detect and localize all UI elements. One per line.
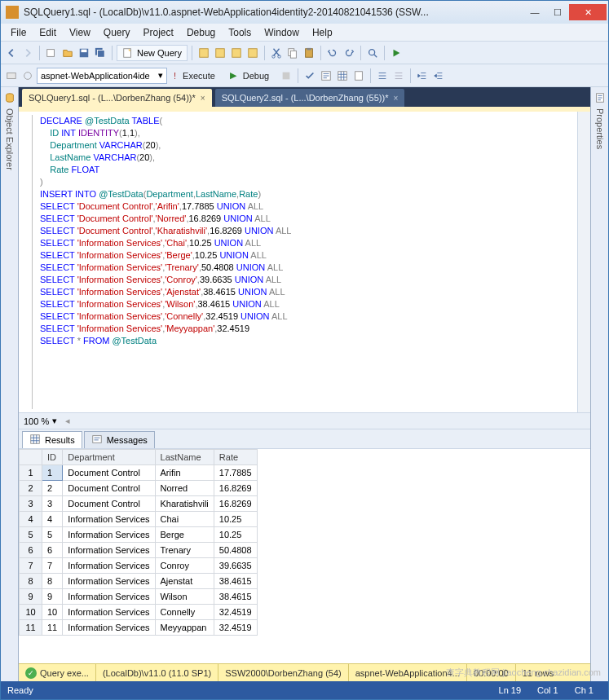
results-to-grid-button[interactable] xyxy=(335,68,350,83)
table-row[interactable]: 55Information ServicesBerge10.25 xyxy=(20,527,258,543)
table-cell[interactable]: 10 xyxy=(20,605,42,620)
table-cell[interactable]: 50.4808 xyxy=(214,543,257,558)
menu-edit[interactable]: Edit xyxy=(33,25,63,40)
table-cell[interactable]: 38.4615 xyxy=(214,589,257,605)
table-cell[interactable]: 7 xyxy=(42,558,63,574)
table-cell[interactable]: Connelly xyxy=(155,605,214,620)
redo-button[interactable] xyxy=(342,46,356,60)
table-cell[interactable]: 17.7885 xyxy=(214,465,257,481)
table-cell[interactable]: Document Control xyxy=(63,465,155,481)
table-row[interactable]: 22Document ControlNorred16.8269 xyxy=(20,481,258,496)
menu-tools[interactable]: Tools xyxy=(222,25,258,40)
table-row[interactable]: 1010Information ServicesConnelly32.4519 xyxy=(20,605,258,620)
table-cell[interactable]: 10 xyxy=(42,605,63,620)
forward-button[interactable] xyxy=(20,46,35,60)
menu-window[interactable]: Window xyxy=(258,25,306,40)
document-tab[interactable]: SQLQuery2.sql - (L...\DorbenZhang (55))*… xyxy=(215,89,405,107)
table-row[interactable]: 11Document ControlArifin17.7885 xyxy=(20,465,258,481)
database-combo[interactable]: aspnet-WebApplication4ide ▾ xyxy=(37,68,167,84)
table-cell[interactable]: 11 xyxy=(20,620,42,636)
indent-button[interactable] xyxy=(415,68,430,83)
table-cell[interactable]: 9 xyxy=(42,589,63,605)
parse-button[interactable] xyxy=(302,68,317,83)
table-cell[interactable]: 32.4519 xyxy=(214,620,257,636)
table-cell[interactable]: Document Control xyxy=(63,496,155,512)
table-cell[interactable]: 32.4519 xyxy=(214,605,257,620)
tool-icon-1[interactable] xyxy=(196,46,211,60)
tool-icon-2[interactable] xyxy=(213,46,227,60)
table-cell[interactable]: Norred xyxy=(155,481,214,496)
table-cell[interactable]: Berge xyxy=(155,527,214,543)
table-cell[interactable]: 3 xyxy=(42,496,63,512)
table-cell[interactable]: Kharatishvili xyxy=(155,496,214,512)
find-button[interactable] xyxy=(365,46,380,60)
paste-button[interactable] xyxy=(302,46,316,60)
chevron-down-icon[interactable]: ▾ xyxy=(52,416,57,426)
start-button[interactable] xyxy=(389,46,404,60)
table-cell[interactable]: Chai xyxy=(155,512,214,527)
table-cell[interactable]: Document Control xyxy=(63,481,155,496)
table-cell[interactable]: 10.25 xyxy=(214,512,257,527)
results-grid[interactable]: IDDepartmentLastNameRate11Document Contr… xyxy=(19,449,258,636)
scroll-left-icon[interactable]: ◂ xyxy=(65,416,70,426)
table-cell[interactable]: 2 xyxy=(20,481,42,496)
results-tab-results[interactable]: Results xyxy=(22,431,82,448)
table-cell[interactable]: Information Services xyxy=(63,574,155,589)
table-cell[interactable]: 16.8269 xyxy=(214,481,257,496)
table-cell[interactable]: 8 xyxy=(20,574,42,589)
table-cell[interactable]: 9 xyxy=(20,589,42,605)
cut-button[interactable] xyxy=(269,46,284,60)
open-button[interactable] xyxy=(60,46,75,60)
tool-misc-1[interactable] xyxy=(4,68,19,83)
tool-icon-3[interactable] xyxy=(229,46,244,60)
properties-panel[interactable]: Properties xyxy=(590,87,608,681)
debug-button[interactable]: ▶ Debug xyxy=(225,70,277,81)
results-to-file-button[interactable] xyxy=(351,68,366,83)
menu-project[interactable]: Project xyxy=(137,25,180,40)
table-row[interactable]: 33Document ControlKharatishvili16.8269 xyxy=(20,496,258,512)
table-cell[interactable]: Information Services xyxy=(63,558,155,574)
save-button[interactable] xyxy=(77,46,91,60)
save-all-button[interactable] xyxy=(93,46,108,60)
close-button[interactable]: ✕ xyxy=(569,4,607,20)
table-cell[interactable]: Arifin xyxy=(155,465,214,481)
table-cell[interactable]: Ajenstat xyxy=(155,574,214,589)
copy-button[interactable] xyxy=(285,46,300,60)
table-cell[interactable]: 5 xyxy=(42,527,63,543)
column-header[interactable] xyxy=(20,450,42,465)
table-cell[interactable]: 16.8269 xyxy=(214,496,257,512)
table-cell[interactable]: Wilson xyxy=(155,589,214,605)
document-tab[interactable]: SQLQuery1.sql - (L...\DorbenZhang (54))*… xyxy=(22,89,212,107)
table-row[interactable]: 1111Information ServicesMeyyappan32.4519 xyxy=(20,620,258,636)
table-cell[interactable]: Conroy xyxy=(155,558,214,574)
menu-query[interactable]: Query xyxy=(97,25,137,40)
column-header[interactable]: Rate xyxy=(214,450,257,465)
outdent-button[interactable] xyxy=(431,68,446,83)
back-button[interactable] xyxy=(4,46,19,60)
editor-scrollbar[interactable] xyxy=(577,112,590,412)
menu-debug[interactable]: Debug xyxy=(180,25,222,40)
table-cell[interactable]: Information Services xyxy=(63,589,155,605)
zoom-value[interactable]: 100 % xyxy=(24,416,49,426)
close-tab-icon[interactable]: × xyxy=(393,94,398,103)
menu-help[interactable]: Help xyxy=(306,25,339,40)
maximize-button[interactable]: ☐ xyxy=(546,4,569,20)
table-cell[interactable]: 3 xyxy=(20,496,42,512)
results-tab-messages[interactable]: Messages xyxy=(84,431,155,448)
column-header[interactable]: LastName xyxy=(155,450,214,465)
object-explorer-panel[interactable]: Object Explorer xyxy=(1,87,19,681)
table-cell[interactable]: 5 xyxy=(20,527,42,543)
tool-icon-4[interactable] xyxy=(245,46,260,60)
table-cell[interactable]: Meyyappan xyxy=(155,620,214,636)
table-row[interactable]: 44Information ServicesChai10.25 xyxy=(20,512,258,527)
table-row[interactable]: 77Information ServicesConroy39.6635 xyxy=(20,558,258,574)
menu-view[interactable]: View xyxy=(63,25,97,40)
tool-misc-2[interactable] xyxy=(20,68,35,83)
table-cell[interactable]: Information Services xyxy=(63,527,155,543)
table-cell[interactable]: Information Services xyxy=(63,620,155,636)
column-header[interactable]: Department xyxy=(63,450,155,465)
table-cell[interactable]: 11 xyxy=(42,620,63,636)
table-cell[interactable]: 38.4615 xyxy=(214,574,257,589)
minimize-button[interactable]: — xyxy=(523,4,546,20)
new-project-button[interactable] xyxy=(44,46,59,60)
